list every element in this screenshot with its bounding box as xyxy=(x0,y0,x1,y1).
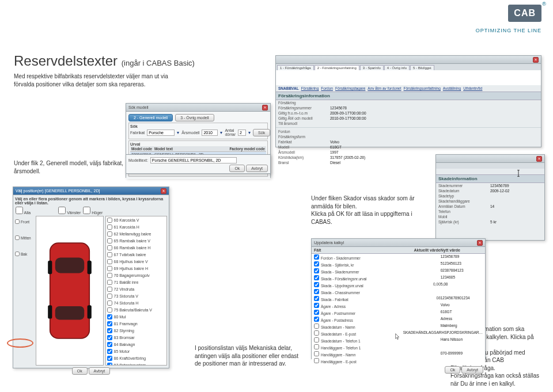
update-row[interactable]: Handläggare - Namn070-0999999 xyxy=(312,351,485,357)
list-item[interactable]: 75 Bakruta/Bakruta V xyxy=(106,306,167,313)
row-checkbox[interactable] xyxy=(314,310,319,315)
position-checkbox[interactable] xyxy=(107,328,112,333)
tab-generell-modell[interactable]: 2 - Generell modell xyxy=(128,114,173,121)
update-row[interactable]: Skada - Självrisk, kr5123456123 xyxy=(312,261,485,268)
row-checkbox[interactable] xyxy=(314,254,319,260)
list-item[interactable]: 72 Vindruta xyxy=(106,286,167,292)
row-checkbox[interactable] xyxy=(314,282,319,287)
row-checkbox[interactable] xyxy=(314,351,319,356)
position-checkbox[interactable] xyxy=(107,231,112,237)
list-item[interactable]: 62 Mellanvägg bakre xyxy=(106,230,167,237)
snabbval-link[interactable]: Uthämtn/tid xyxy=(463,86,482,90)
update-row[interactable]: Fordon - Skadenummer123456789 xyxy=(312,254,485,261)
position-checkbox[interactable] xyxy=(107,335,112,340)
alla-checkbox[interactable] xyxy=(16,207,23,214)
close-icon[interactable]: × xyxy=(161,188,166,194)
position-checkbox[interactable] xyxy=(107,356,112,361)
tab-ovrig-modell[interactable]: 3 - Övrig modell xyxy=(175,114,214,121)
snabbval-link[interactable]: Fordon xyxy=(321,86,333,90)
main-tab[interactable]: 4 - Övrig info xyxy=(384,65,410,70)
list-item[interactable]: 70 Bagagerumsgolv xyxy=(106,272,167,279)
zone-checkbox[interactable] xyxy=(15,235,20,240)
position-checkbox[interactable] xyxy=(107,294,112,299)
avbryt-button[interactable]: Avbryt xyxy=(246,165,268,172)
list-item[interactable]: 82 Styrning xyxy=(106,327,167,334)
list-item[interactable]: 67 Tvärbalk bakre xyxy=(106,251,167,258)
position-checkbox[interactable] xyxy=(107,259,112,264)
list-item[interactable]: 86 Kraftöverföring xyxy=(106,355,167,361)
list-item[interactable]: 61 Karosida H xyxy=(106,223,167,230)
avbryt-button[interactable]: Avbryt xyxy=(89,367,111,375)
update-row[interactable]: Skada - Skadenummer02387884123 xyxy=(312,268,485,275)
close-icon[interactable]: × xyxy=(262,105,268,111)
close-icon[interactable]: × xyxy=(533,57,539,63)
position-checkbox[interactable] xyxy=(107,218,112,223)
list-item[interactable]: 71 Baklåt inre xyxy=(106,279,167,286)
position-checkbox[interactable] xyxy=(107,238,112,243)
list-item[interactable]: 81 Framvagn xyxy=(106,320,167,327)
position-checkbox[interactable] xyxy=(107,266,112,271)
fabrikat-input[interactable] xyxy=(147,130,175,136)
update-row[interactable]: Skada - Försäkringsnr.urval1234605 xyxy=(312,275,485,281)
vanster-checkbox[interactable] xyxy=(58,207,66,214)
list-item[interactable]: 73 Sidoruta V xyxy=(106,292,167,299)
list-item[interactable]: 66 Rambalk bakre H xyxy=(106,244,167,251)
dropdown-icon[interactable]: ▾ xyxy=(220,130,222,135)
ok-button[interactable]: Ok xyxy=(229,165,245,172)
row-checkbox[interactable] xyxy=(314,330,319,336)
ok-button[interactable]: Ok xyxy=(72,367,88,375)
row-checkbox[interactable] xyxy=(314,303,319,308)
list-item[interactable]: 87 Bränslesystem xyxy=(106,361,167,366)
dropdown-icon[interactable]: ▾ xyxy=(248,130,251,135)
main-tab[interactable]: 3 - Sparinfo xyxy=(360,65,384,70)
position-checkbox[interactable] xyxy=(107,287,112,292)
zone-checkbox[interactable] xyxy=(15,252,20,256)
list-item[interactable]: 85 Motor xyxy=(106,348,167,355)
list-item[interactable]: 74 Sidoruta H xyxy=(106,299,167,306)
list-item[interactable]: 68 Hjulhus bakre V xyxy=(106,258,167,265)
row-checkbox[interactable] xyxy=(314,275,319,280)
list-item[interactable]: 83 Bromsar xyxy=(106,334,167,341)
row-checkbox[interactable] xyxy=(314,268,319,273)
position-checkbox[interactable] xyxy=(107,300,112,306)
avbryt-button[interactable]: Avbryt xyxy=(461,366,483,374)
zone-checkbox[interactable] xyxy=(15,219,20,224)
position-checkbox[interactable] xyxy=(107,224,112,230)
position-list[interactable]: 60 Karosida V61 Karosida H62 Mellanvägg … xyxy=(105,216,168,366)
update-row[interactable]: Ägare - AdressVolvo xyxy=(312,302,485,309)
main-tab[interactable]: 1 - Försäkringsfråga xyxy=(277,65,314,70)
snabbval-link[interactable]: Försäkring xyxy=(301,86,319,90)
row-checkbox[interactable] xyxy=(314,317,319,322)
snabbval-link[interactable]: Anv åtm av fordonet xyxy=(368,86,401,90)
row-checkbox[interactable] xyxy=(314,358,319,363)
snabbval-link[interactable]: Avställning xyxy=(443,86,461,90)
list-item[interactable]: 60 Karosida V xyxy=(106,216,167,223)
hoger-checkbox[interactable] xyxy=(83,207,90,214)
row-checkbox[interactable] xyxy=(314,289,319,294)
position-checkbox[interactable] xyxy=(107,307,112,313)
main-tab[interactable]: 5 - Bild/ggst xyxy=(410,65,434,70)
update-row[interactable]: Ägare - PostadressAdress xyxy=(312,316,485,323)
position-checkbox[interactable] xyxy=(107,321,112,326)
arsmodell-input[interactable] xyxy=(202,130,218,136)
list-item[interactable]: 84 Bakvagn xyxy=(106,341,167,348)
position-checkbox[interactable] xyxy=(107,349,112,354)
snabbval-link[interactable]: Försäkringstagare xyxy=(335,86,365,90)
position-checkbox[interactable] xyxy=(107,273,112,278)
list-item[interactable]: 80 Mul xyxy=(106,313,167,320)
dropdown-icon[interactable]: ▾ xyxy=(177,130,179,135)
row-checkbox[interactable] xyxy=(314,261,319,267)
list-item[interactable]: 69 Hjulhus bakre H xyxy=(106,265,167,272)
update-row[interactable]: Skadedatum - NamnMalmberg xyxy=(312,323,485,330)
position-checkbox[interactable] xyxy=(107,252,112,257)
modelltext-field[interactable] xyxy=(150,157,237,163)
position-checkbox[interactable] xyxy=(107,314,112,319)
position-checkbox[interactable] xyxy=(107,363,112,366)
snabbval-link[interactable]: Försäkringsomfattning xyxy=(404,86,441,90)
list-item[interactable]: 65 Rambalk bakre V xyxy=(106,237,167,244)
ok-button[interactable]: Ok xyxy=(445,366,460,374)
close-icon[interactable]: × xyxy=(477,240,483,246)
car-illustration[interactable] xyxy=(36,216,103,366)
dorrar-input[interactable] xyxy=(238,130,246,136)
update-row[interactable]: Skada - Uppdragsnr.urval0,005,00 xyxy=(312,281,485,288)
